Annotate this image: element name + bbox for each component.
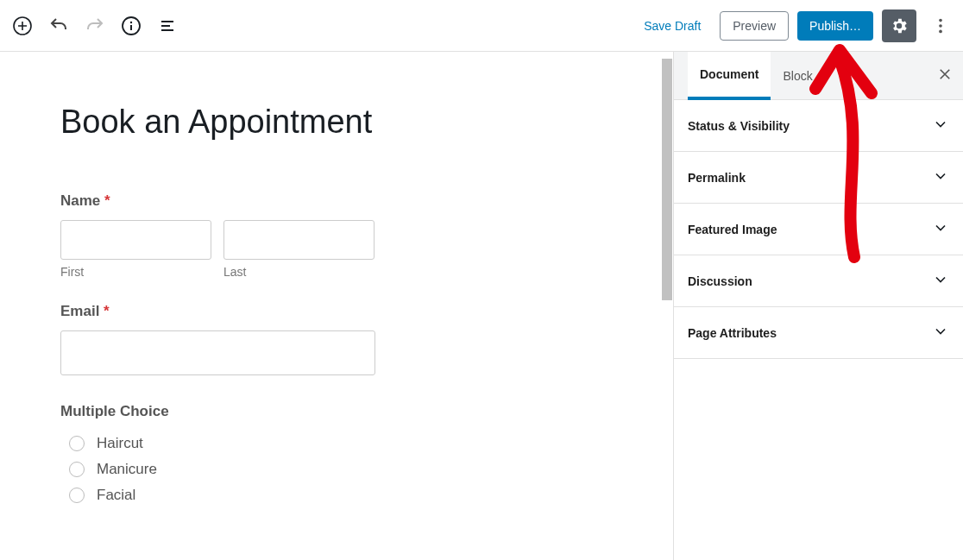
chevron-down-icon — [932, 219, 949, 239]
panel-status-visibility[interactable]: Status & Visibility — [674, 100, 963, 152]
undo-button[interactable] — [43, 10, 74, 41]
last-name-input[interactable] — [223, 220, 374, 260]
panel-discussion[interactable]: Discussion — [674, 255, 963, 307]
tab-block[interactable]: Block — [771, 52, 824, 100]
toolbar-right: Save Draft Preview Publish… — [633, 9, 956, 42]
settings-sidebar: Document Block Status & Visibility Perma… — [673, 52, 963, 560]
dots-vertical-icon — [931, 16, 950, 35]
email-label-text: Email — [60, 303, 99, 319]
sidebar-tabs: Document Block — [674, 52, 963, 100]
name-row: First Last — [60, 220, 613, 279]
panel-label: Permalink — [688, 171, 746, 185]
redo-button[interactable] — [79, 10, 110, 41]
gear-icon — [890, 16, 909, 35]
choice-item[interactable]: Haircut — [60, 431, 613, 456]
scrollbar[interactable] — [662, 59, 672, 300]
panel-label: Discussion — [688, 274, 752, 288]
close-sidebar-button[interactable] — [937, 65, 953, 87]
chevron-down-icon — [932, 323, 949, 343]
name-label-text: Name — [60, 192, 100, 209]
panel-label: Page Attributes — [688, 326, 777, 340]
choice-item[interactable]: Facial — [60, 482, 613, 508]
radio-icon — [69, 488, 85, 503]
panel-permalink[interactable]: Permalink — [674, 152, 963, 204]
save-draft-link[interactable]: Save Draft — [633, 12, 711, 40]
chevron-down-icon — [932, 167, 949, 187]
editor-canvas[interactable]: Book an Appointment Name * First Last Em… — [0, 52, 673, 560]
multiple-choice-label: Multiple Choice — [60, 403, 613, 420]
info-button[interactable] — [116, 10, 147, 41]
undo-icon — [48, 16, 69, 36]
main-area: Book an Appointment Name * First Last Em… — [0, 52, 963, 560]
email-input[interactable] — [60, 330, 375, 375]
choice-list: Haircut Manicure Facial — [60, 431, 613, 508]
chevron-down-icon — [932, 116, 949, 135]
chevron-down-icon — [932, 271, 949, 291]
more-menu-button[interactable] — [925, 10, 956, 41]
close-icon — [937, 66, 953, 82]
choice-item[interactable]: Manicure — [60, 456, 613, 482]
panel-featured-image[interactable]: Featured Image — [674, 204, 963, 255]
choice-label: Manicure — [97, 461, 157, 478]
plus-circle-icon — [12, 16, 33, 36]
editor-toolbar: Save Draft Preview Publish… — [0, 0, 963, 52]
redo-icon — [85, 16, 105, 36]
svg-point-2 — [130, 21, 132, 22]
page-title[interactable]: Book an Appointment — [60, 104, 613, 141]
panel-label: Featured Image — [688, 223, 777, 236]
info-icon — [121, 16, 142, 36]
last-sublabel: Last — [223, 265, 374, 279]
list-icon — [157, 16, 178, 36]
add-block-button[interactable] — [7, 10, 38, 41]
svg-point-3 — [939, 18, 942, 22]
svg-point-5 — [939, 29, 942, 33]
toolbar-left — [7, 10, 183, 41]
first-name-input[interactable] — [60, 220, 211, 260]
panel-label: Status & Visibility — [688, 119, 790, 133]
choice-label: Haircut — [97, 435, 143, 452]
publish-button[interactable]: Publish… — [797, 11, 873, 41]
outline-button[interactable] — [152, 10, 183, 41]
first-sublabel: First — [60, 265, 211, 279]
svg-point-4 — [939, 24, 942, 28]
choice-label: Facial — [97, 487, 135, 504]
tab-document[interactable]: Document — [688, 52, 771, 100]
settings-button[interactable] — [882, 9, 916, 42]
email-label: Email * — [60, 303, 613, 320]
name-label: Name * — [60, 192, 613, 210]
preview-button[interactable]: Preview — [720, 11, 789, 41]
panel-page-attributes[interactable]: Page Attributes — [674, 307, 963, 359]
required-mark: * — [104, 192, 110, 209]
radio-icon — [69, 462, 85, 477]
required-mark: * — [104, 303, 110, 319]
radio-icon — [69, 436, 85, 451]
